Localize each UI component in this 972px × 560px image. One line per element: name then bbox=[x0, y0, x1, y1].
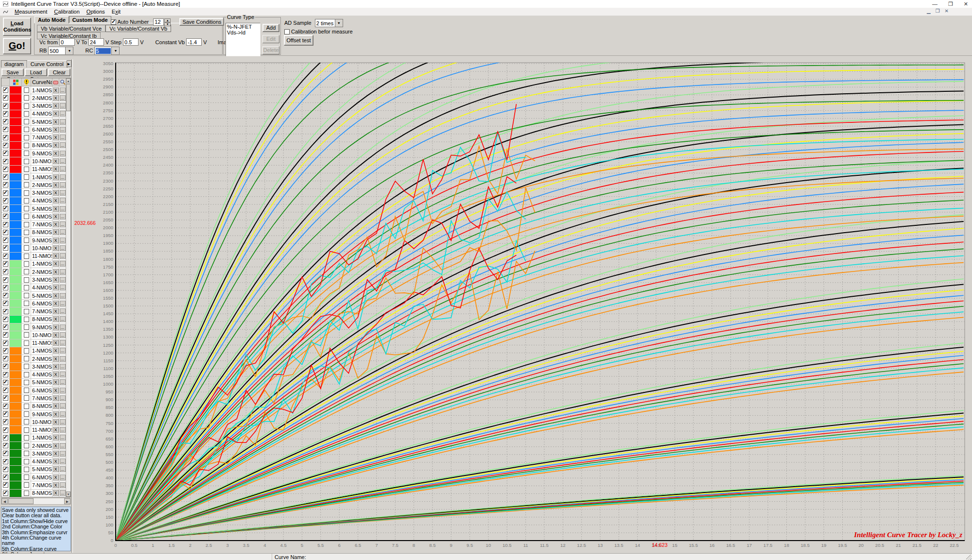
erase-curve-button[interactable]: X bbox=[52, 474, 59, 481]
emphasize-checkbox[interactable] bbox=[22, 371, 31, 378]
curve-color-swatch[interactable] bbox=[10, 316, 22, 323]
show-hide-checkbox[interactable] bbox=[1, 410, 10, 418]
tab-vb-variable-constant-vce[interactable]: Vb Variable/Constant Vce bbox=[37, 25, 105, 32]
show-hide-checkbox[interactable] bbox=[1, 94, 10, 102]
curve-name-cell[interactable]: 6-NMOS Vds->Id c bbox=[31, 474, 52, 481]
curve-color-swatch[interactable] bbox=[10, 434, 22, 441]
curve-name-cell[interactable]: 8-NMOS Vds->Id c bbox=[31, 142, 52, 149]
curve-name-cell[interactable]: 3-NMOS Vds->Id c bbox=[31, 189, 52, 196]
emphasize-checkbox[interactable] bbox=[22, 434, 31, 441]
spin-up-icon[interactable]: ▲ bbox=[164, 18, 171, 22]
menu-calibration[interactable]: Calibration bbox=[51, 8, 83, 15]
curve-name-cell[interactable]: 10-NMOS Vds->Id bbox=[31, 418, 52, 425]
curve-name-cell[interactable]: 11-NMOS Vds->Id bbox=[31, 339, 52, 347]
curve-name-cell[interactable]: 10-NMOS Vds->Id bbox=[31, 331, 52, 339]
emphasize-checkbox[interactable] bbox=[22, 237, 31, 244]
curve-color-swatch[interactable] bbox=[10, 331, 22, 339]
curve-color-swatch[interactable] bbox=[10, 268, 22, 275]
curve-name-cell[interactable]: 9-NMOS Vds->Id c bbox=[31, 150, 52, 157]
curve-color-swatch[interactable] bbox=[10, 205, 22, 212]
show-hide-checkbox[interactable] bbox=[1, 474, 10, 481]
erase-curve-button[interactable]: X bbox=[52, 387, 59, 394]
jump-to-data-button[interactable]: ... bbox=[59, 394, 66, 402]
emphasize-checkbox[interactable] bbox=[22, 110, 31, 118]
show-hide-checkbox[interactable] bbox=[1, 181, 10, 188]
curve-name-cell[interactable]: 2-NMOS Vds->Id c bbox=[31, 181, 52, 188]
tab-auto-mode[interactable]: Auto Mode bbox=[35, 16, 69, 23]
curve-color-swatch[interactable] bbox=[10, 300, 22, 307]
curve-color-swatch[interactable] bbox=[10, 173, 22, 181]
jump-to-data-button[interactable]: ... bbox=[59, 355, 66, 362]
curve-color-swatch[interactable] bbox=[10, 244, 22, 252]
erase-curve-button[interactable]: X bbox=[52, 442, 59, 449]
erase-curve-button[interactable]: X bbox=[52, 339, 59, 347]
tab-scroll-right-icon[interactable]: ▶ bbox=[66, 60, 71, 67]
emphasize-checkbox[interactable] bbox=[22, 474, 31, 481]
curve-color-swatch[interactable] bbox=[10, 466, 22, 473]
jump-to-data-button[interactable]: ... bbox=[59, 442, 66, 449]
emphasize-checkbox[interactable] bbox=[22, 426, 31, 433]
erase-curve-button[interactable]: X bbox=[52, 331, 59, 339]
left-tab-curve-control[interactable]: Curve Control bbox=[27, 60, 67, 68]
curve-color-swatch[interactable] bbox=[10, 426, 22, 433]
show-hide-checkbox[interactable] bbox=[1, 126, 10, 133]
show-hide-checkbox[interactable] bbox=[1, 434, 10, 441]
jump-to-data-button[interactable]: ... bbox=[59, 150, 66, 157]
jump-to-data-button[interactable]: ... bbox=[59, 166, 66, 173]
spin-down-icon[interactable]: ▼ bbox=[164, 22, 171, 26]
erase-curve-button[interactable]: X bbox=[52, 166, 59, 173]
curve-type-list[interactable]: %-N-JFET Vds->Id bbox=[226, 23, 260, 56]
vc-step-input[interactable] bbox=[123, 38, 139, 46]
curve-name-cell[interactable]: 4-NMOS Vds->Id c bbox=[31, 371, 52, 378]
left-tab-diagram[interactable]: diagram bbox=[1, 60, 27, 68]
jump-to-data-button[interactable]: ... bbox=[59, 205, 66, 212]
curve-color-swatch[interactable] bbox=[10, 403, 22, 410]
menu-options[interactable]: Options bbox=[83, 8, 108, 15]
curve-name-cell[interactable]: 8-NMOS Vds->Id c bbox=[31, 490, 52, 497]
erase-curve-button[interactable]: X bbox=[52, 94, 59, 102]
scroll-down-icon[interactable]: ▼ bbox=[66, 492, 70, 497]
show-hide-checkbox[interactable] bbox=[1, 253, 10, 260]
curve-color-swatch[interactable] bbox=[10, 126, 22, 133]
curve-name-cell[interactable]: 9-NMOS Vds->Id c bbox=[31, 323, 52, 331]
erase-curve-button[interactable]: X bbox=[52, 292, 59, 299]
curve-name-cell[interactable]: 8-NMOS Vds->Id c bbox=[31, 229, 52, 236]
jump-to-data-button[interactable]: ... bbox=[59, 434, 66, 441]
jump-to-data-button[interactable]: ... bbox=[59, 347, 66, 355]
show-hide-checkbox[interactable] bbox=[1, 237, 10, 244]
curve-color-swatch[interactable] bbox=[10, 150, 22, 157]
jump-to-data-button[interactable]: ... bbox=[59, 181, 66, 188]
emphasize-checkbox[interactable] bbox=[22, 197, 31, 204]
show-hide-checkbox[interactable] bbox=[1, 339, 10, 347]
jump-to-data-button[interactable]: ... bbox=[59, 284, 66, 291]
erase-curve-button[interactable]: X bbox=[52, 229, 59, 236]
curve-name-cell[interactable]: 9-NMOS Vds->Id c bbox=[31, 237, 52, 244]
jump-to-data-button[interactable]: ... bbox=[59, 253, 66, 260]
jump-to-data-button[interactable]: ... bbox=[59, 213, 66, 220]
rc-combo[interactable]: 5▼ bbox=[94, 47, 120, 55]
rb-combo[interactable]: 500▼ bbox=[48, 47, 73, 55]
curve-color-swatch[interactable] bbox=[10, 142, 22, 149]
show-hide-checkbox[interactable] bbox=[1, 213, 10, 220]
jump-to-data-button[interactable]: ... bbox=[59, 450, 66, 457]
curve-name-cell[interactable]: 9-NMOS Vds->Id c bbox=[31, 410, 52, 418]
erase-curve-button[interactable]: X bbox=[52, 268, 59, 275]
curve-name-cell[interactable]: 2-NMOS Vds->Id c bbox=[31, 94, 52, 102]
show-hide-checkbox[interactable] bbox=[1, 260, 10, 268]
curve-color-swatch[interactable] bbox=[10, 339, 22, 347]
curve-color-swatch[interactable] bbox=[10, 102, 22, 110]
curve-color-swatch[interactable] bbox=[10, 157, 22, 165]
jump-to-data-button[interactable]: ... bbox=[59, 268, 66, 275]
jump-to-data-button[interactable]: ... bbox=[59, 474, 66, 481]
rc-dropdown-icon[interactable]: ▼ bbox=[111, 47, 119, 54]
erase-curve-button[interactable]: X bbox=[52, 316, 59, 323]
curve-color-swatch[interactable] bbox=[10, 490, 22, 497]
constant-vb-input[interactable] bbox=[186, 38, 202, 46]
jump-to-data-button[interactable]: ... bbox=[59, 418, 66, 425]
curve-name-cell[interactable]: 3-NMOS Vds->Id c bbox=[31, 450, 52, 457]
curve-color-swatch[interactable] bbox=[10, 474, 22, 481]
show-hide-checkbox[interactable] bbox=[1, 490, 10, 497]
emphasize-checkbox[interactable] bbox=[22, 403, 31, 410]
curve-color-swatch[interactable] bbox=[10, 387, 22, 394]
vertical-scrollbar[interactable]: ▲ ▼ bbox=[66, 78, 70, 497]
